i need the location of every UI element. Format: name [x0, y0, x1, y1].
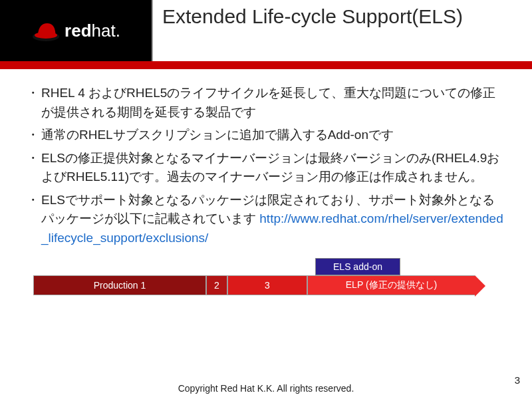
bullet-text: 通常のRHELサブスクリプションに追加で購入するAdd-onです: [41, 128, 394, 142]
page-number: 3: [515, 374, 520, 386]
content: RHEL 4 およびRHEL5のライフサイクルを延長して、重大な問題についての修…: [0, 69, 532, 301]
bullet-text: RHEL 4 およびRHEL5のライフサイクルを延長して、重大な問題についての修…: [41, 86, 495, 119]
logo-bold: red: [65, 21, 91, 41]
list-item: 通常のRHELサブスクリプションに追加で購入するAdd-onです: [27, 126, 505, 145]
list-item: RHEL 4 およびRHEL5のライフサイクルを延長して、重大な問題についての修…: [27, 84, 505, 122]
bullet-text: ELSの修正提供対象となるマイナーバージョンは最終バージョンのみ(RHEL4.9…: [41, 151, 499, 184]
svg-point-1: [35, 32, 57, 39]
red-divider: [0, 61, 532, 69]
list-item: ELSでサポート対象となるパッケージは限定されており、サポート対象外となるパッケ…: [27, 191, 505, 248]
lifecycle-diagram: ELS add-on Production 1 2 3 ELP (修正の提供なし…: [33, 261, 499, 301]
segment-elp: ELP (修正の提供なし): [307, 275, 475, 295]
bullet-list: RHEL 4 およびRHEL5のライフサイクルを延長して、重大な問題についての修…: [27, 84, 505, 247]
logo-thin: hat.: [92, 21, 120, 41]
header: redhat. Extended Life-cycle Support(ELS): [0, 0, 532, 61]
list-item: ELSの修正提供対象となるマイナーバージョンは最終バージョンのみ(RHEL4.9…: [27, 149, 505, 187]
page-title: Extended Life-cycle Support(ELS): [152, 0, 532, 61]
logo-text: redhat.: [65, 21, 120, 41]
redhat-icon: [31, 19, 61, 42]
logo-box: redhat.: [0, 0, 152, 61]
segment-3: 3: [227, 275, 307, 295]
lifecycle-bar: Production 1 2 3 ELP (修正の提供なし): [33, 275, 475, 295]
copyright: Copyright Red Hat K.K. All rights reserv…: [0, 383, 532, 394]
segment-production1: Production 1: [33, 275, 206, 295]
segment-2: 2: [206, 275, 227, 295]
els-addon-label: ELS add-on: [315, 258, 400, 275]
